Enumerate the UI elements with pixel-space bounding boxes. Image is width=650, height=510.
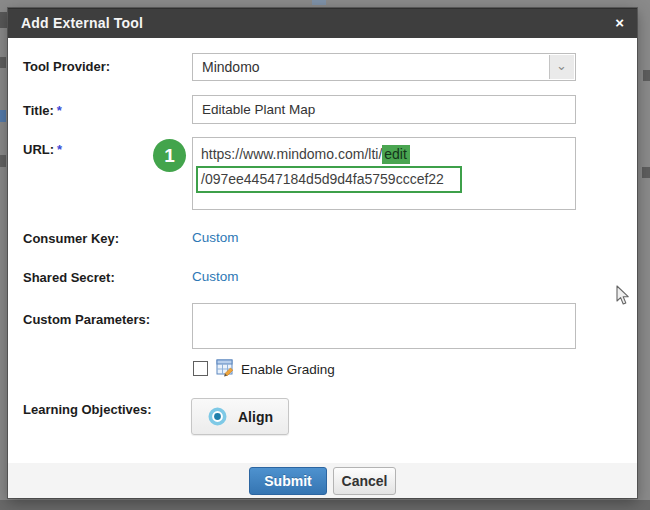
title-input[interactable]: Editable Plant Map [192,95,576,124]
required-asterisk: * [57,103,62,118]
background-artifact [0,57,6,68]
custom-parameters-textarea[interactable] [192,303,576,349]
title-value: Editable Plant Map [202,102,315,117]
shared-secret-custom-link[interactable]: Custom [192,269,239,284]
url-highlight-edit: edit [382,145,410,164]
cancel-button[interactable]: Cancel [333,467,396,495]
url-line2: /097ee44547184d5d9d4fa5759cccef22 [201,165,567,193]
title-label: Title:* [23,103,62,118]
url-annotated-box: /097ee44547184d5d9d4fa5759cccef22 [196,166,462,193]
url-textarea[interactable]: https://www.mindomo.com/lti/edit /097ee4… [192,137,576,210]
learning-objectives-label: Learning Objectives: [23,402,152,417]
url-label: URL:* [23,142,62,157]
background-page-band [0,500,650,510]
chevron-down-icon: ⌄ [556,58,567,73]
align-button[interactable]: Align [191,398,289,435]
add-external-tool-dialog: Add External Tool × Tool Provider: Mindo… [8,8,637,498]
background-artifact [0,12,7,28]
required-asterisk: * [57,142,62,157]
close-icon[interactable]: × [615,14,624,32]
background-artifact [642,167,650,178]
tool-provider-label: Tool Provider: [23,59,110,74]
custom-parameters-label: Custom Parameters: [23,312,150,327]
dialog-title: Add External Tool [21,15,143,31]
dialog-footer: Submit Cancel [8,463,637,498]
background-artifact [312,0,326,5]
background-artifact [0,155,6,167]
background-artifact [643,70,650,81]
select-arrow-box[interactable]: ⌄ [549,55,574,79]
tool-provider-select[interactable]: Mindomo ⌄ [192,53,576,81]
shared-secret-label: Shared Secret: [23,270,115,285]
enable-grading-label: Enable Grading [241,362,335,377]
mouse-cursor [616,285,632,307]
consumer-key-custom-link[interactable]: Custom [192,230,239,245]
consumer-key-label: Consumer Key: [23,231,119,246]
gradebook-icon [216,359,234,377]
dialog-titlebar: Add External Tool × [8,8,637,38]
tool-provider-value: Mindomo [202,59,260,75]
url-line1: https://www.mindomo.com/lti/edit [201,143,567,165]
background-artifact [0,110,6,122]
enable-grading-checkbox[interactable] [193,361,208,376]
submit-button[interactable]: Submit [249,467,327,495]
align-button-label: Align [238,409,273,425]
align-target-icon [207,406,228,427]
annotation-callout-1: 1 [153,139,186,172]
